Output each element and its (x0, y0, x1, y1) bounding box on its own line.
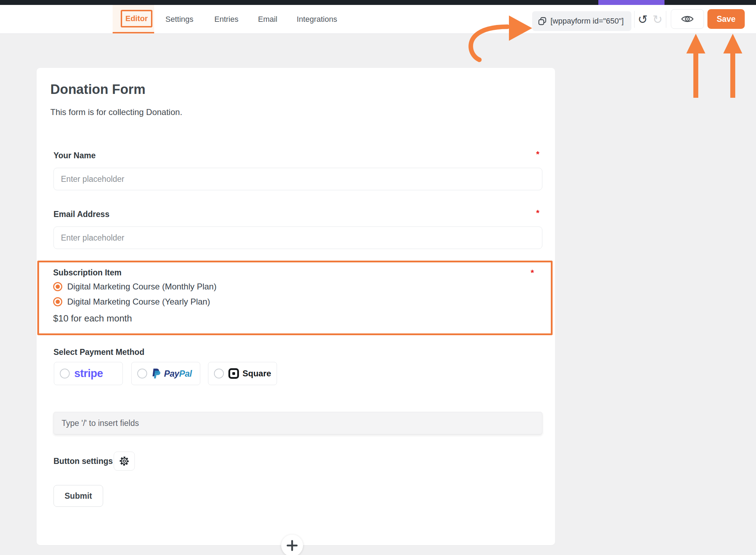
field-label-email: Email Address (53, 210, 109, 219)
save-button[interactable]: Save (707, 9, 745, 29)
email-address-input[interactable] (53, 227, 542, 249)
preview-button[interactable] (671, 9, 704, 29)
tab-integrations[interactable]: Integrations (297, 5, 337, 34)
required-asterisk: * (534, 208, 541, 218)
tab-editor-active-underline (113, 32, 154, 33)
radio-unselected-icon[interactable] (60, 369, 70, 378)
radio-selected-icon[interactable] (53, 282, 62, 291)
square-wordmark: Square (242, 369, 271, 378)
radio-unselected-icon[interactable] (137, 369, 147, 378)
admin-top-strip (0, 0, 756, 5)
tab-settings[interactable]: Settings (165, 5, 194, 34)
gear-icon (119, 455, 130, 467)
redo-icon: ↻ (653, 5, 663, 34)
subscription-price-note: $10 for each month (53, 313, 132, 324)
your-name-input[interactable] (53, 168, 542, 190)
radio-unselected-icon[interactable] (214, 369, 224, 378)
payment-option-square[interactable]: Square (208, 362, 277, 385)
save-arrow (730, 52, 735, 98)
eye-icon (681, 14, 694, 24)
subscription-option-yearly[interactable]: Digital Marketing Course (Yearly Plan) (53, 297, 210, 307)
submit-button[interactable]: Submit (53, 485, 103, 507)
stripe-logo: stripe (74, 367, 103, 380)
button-settings-gear-button[interactable] (114, 452, 135, 471)
copy-icon[interactable] (538, 17, 547, 26)
toolbar-divider (634, 11, 635, 28)
payment-method-label: Select Payment Method (53, 347, 144, 357)
payment-option-paypal[interactable]: PayPal (131, 362, 200, 385)
subscription-label: Subscription Item (53, 268, 121, 278)
tab-editor-annotation-box[interactable]: Editor (121, 10, 152, 27)
tab-entries[interactable]: Entries (214, 5, 238, 34)
subscription-option-monthly[interactable]: Digital Marketing Course (Monthly Plan) (53, 282, 216, 292)
insert-fields-input[interactable] (53, 412, 542, 434)
shortcode-pill[interactable]: [wppayform id="650"] (532, 11, 631, 31)
required-asterisk: * (531, 268, 534, 278)
add-field-button[interactable] (281, 535, 303, 555)
save-arrowhead (723, 34, 742, 53)
tab-editor-label: Editor (125, 14, 148, 23)
editor-toolbar: Editor Settings Entries Email Integratio… (0, 5, 756, 34)
form-description: This form is for collecting Donation. (50, 107, 182, 117)
form-title: Donation Form (50, 82, 145, 97)
paypal-logo-icon (152, 368, 161, 379)
plus-icon (285, 539, 299, 552)
preview-arrow (693, 52, 698, 98)
tab-email[interactable]: Email (258, 5, 277, 34)
paypal-wordmark: PayPal (164, 369, 192, 379)
shortcode-text: [wppayform id="650"] (550, 17, 624, 26)
payment-option-stripe[interactable]: stripe (54, 362, 123, 385)
form-editor-card: Donation Form This form is for collectin… (37, 68, 555, 545)
subscription-option-label: Digital Marketing Course (Yearly Plan) (67, 297, 210, 307)
button-settings-label: Button settings (53, 457, 113, 466)
square-logo-icon (228, 368, 239, 379)
admin-top-strip-accent (598, 0, 664, 5)
subscription-annotation-box: Subscription Item * Digital Marketing Co… (37, 261, 553, 335)
field-label-your-name: Your Name (53, 151, 96, 160)
radio-selected-icon[interactable] (53, 297, 62, 306)
required-asterisk: * (534, 149, 541, 159)
subscription-option-label: Digital Marketing Course (Monthly Plan) (67, 282, 216, 292)
preview-arrowhead (686, 34, 705, 53)
toolbar-divider (666, 11, 666, 28)
undo-icon[interactable]: ↺ (638, 5, 648, 34)
